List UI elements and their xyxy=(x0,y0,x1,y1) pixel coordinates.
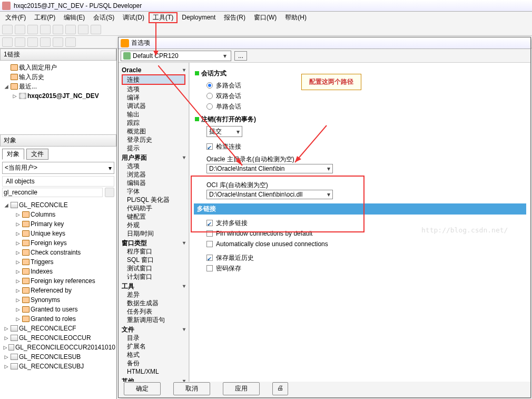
cat-ext[interactable]: 扩展名 xyxy=(122,342,185,351)
menu-project[interactable]: 工程(P) xyxy=(30,12,60,23)
chk-save-pw[interactable]: 密码保存 xyxy=(206,263,526,274)
toolbtn[interactable] xyxy=(15,37,25,47)
menu-session[interactable]: 会话(S) xyxy=(89,12,119,23)
tree-table[interactable]: ▷GL_RECONCILESUBJ xyxy=(1,362,115,371)
chk-pin[interactable]: Pin window connections by default xyxy=(206,228,526,239)
ok-button[interactable]: 确定 xyxy=(124,382,161,395)
toolbtn[interactable] xyxy=(40,37,51,47)
help-button[interactable]: 🖨 xyxy=(272,382,288,395)
tree-fk[interactable]: ▷Foreign keys xyxy=(1,238,115,248)
filter-clear-btn[interactable] xyxy=(105,188,114,197)
tree-pk[interactable]: ▷Primary key xyxy=(1,219,115,229)
tree-table[interactable]: ▷GL_RECONCILECF xyxy=(1,324,115,333)
tree-table[interactable]: ▷GL_RECONCILEOCCUR20141010 xyxy=(1,343,115,352)
cat-datetime[interactable]: 日期/时间 xyxy=(122,229,185,238)
cat-planwin[interactable]: 计划窗口 xyxy=(122,273,185,281)
tree-input-history[interactable]: 输入历史 xyxy=(1,72,115,82)
menu-report[interactable]: 报告(R) xyxy=(220,12,250,23)
toolbtn[interactable] xyxy=(2,25,13,34)
cat-loginhist[interactable]: 登录历史 xyxy=(122,135,185,144)
tree-columns[interactable]: ▷Columns xyxy=(1,210,115,219)
cat-diff[interactable]: 差异 xyxy=(122,290,185,299)
filter-input[interactable] xyxy=(2,188,103,197)
cat-keycfg[interactable]: 键配置 xyxy=(122,212,185,221)
tree-fkref[interactable]: ▷Foreign key references xyxy=(1,276,115,286)
tree-idx[interactable]: ▷Indexes xyxy=(1,267,115,276)
menu-window[interactable]: 窗口(W) xyxy=(250,12,281,23)
tree-table[interactable]: ▷GL_RECONCILEOCCUR xyxy=(1,333,115,343)
oracle-home-combo[interactable]: D:\Oracle\Instant Client\bin▾ xyxy=(206,164,333,173)
chk-support-multi[interactable]: 支持多链接 xyxy=(206,218,526,228)
cat-browser[interactable]: 浏览器 xyxy=(122,170,185,179)
toolbtn[interactable] xyxy=(15,25,25,34)
tree-trg[interactable]: ▷Triggers xyxy=(1,257,115,267)
profile-combo[interactable]: Default CPR120 ▾ xyxy=(121,51,231,61)
tree-syn[interactable]: ▷Synonyms xyxy=(1,295,115,305)
menu-deployment[interactable]: Deployment xyxy=(178,13,220,22)
cat-hint[interactable]: 提示 xyxy=(122,144,185,152)
cat-backup[interactable]: 备份 xyxy=(122,359,185,367)
cat-profiler[interactable]: 概览图 xyxy=(122,127,185,135)
tab-files[interactable]: 文件 xyxy=(26,149,48,160)
cat-output[interactable]: 输出 xyxy=(122,110,185,119)
tree-connection[interactable]: ▷hxqc2015@JT_NC_DEV xyxy=(1,91,115,101)
tree-table[interactable]: ◢GL_RECONCILE xyxy=(1,200,115,210)
toolbtn[interactable] xyxy=(27,37,38,47)
oci-combo[interactable]: D:\Oracle\Instant Client\bin\oci.dll▾ xyxy=(206,190,333,199)
radio-single[interactable]: 单路会话 xyxy=(206,101,526,112)
chk-check-conn[interactable]: 检查连接 xyxy=(206,141,526,152)
menu-tools[interactable]: 工具(T) xyxy=(149,12,178,23)
cat-options[interactable]: 选项 xyxy=(122,85,185,93)
menu-file[interactable]: 文件(F) xyxy=(1,12,30,23)
cat-tasklist[interactable]: 任务列表 xyxy=(122,307,185,316)
logout-action-combo[interactable]: 提交▾ xyxy=(206,126,242,137)
tree-gtr[interactable]: ▷Granted to roles xyxy=(1,314,115,324)
cat-compile[interactable]: 编译 xyxy=(122,93,185,102)
radio-multi[interactable]: 多路会话 xyxy=(206,80,526,91)
cat-appearance[interactable]: 外观 xyxy=(122,221,185,229)
cat-editor[interactable]: 编辑器 xyxy=(122,179,185,187)
toolbtn[interactable] xyxy=(27,25,38,34)
radio-dual[interactable]: 双路会话 xyxy=(206,91,526,101)
cat-trace[interactable]: 跟踪 xyxy=(122,119,185,127)
tree-ck[interactable]: ▷Check constraints xyxy=(1,248,115,257)
cat-oracle[interactable]: Oracle▾ xyxy=(122,66,185,74)
cat-htmlxml[interactable]: HTML/XML xyxy=(122,367,185,376)
tree-fixed-users[interactable]: 载入固定用户 xyxy=(1,63,115,72)
menu-debug[interactable]: 调试(D) xyxy=(119,12,149,23)
toolbtn[interactable] xyxy=(2,37,13,47)
cat-ui-options[interactable]: 选项 xyxy=(122,162,185,170)
menu-help[interactable]: 帮助(H) xyxy=(281,12,311,23)
cat-other[interactable]: 其他▾ xyxy=(122,377,185,382)
cat-tools[interactable]: 工具▾ xyxy=(122,282,185,290)
cat-beaut[interactable]: PL/SQL 美化器 xyxy=(122,196,185,204)
cat-connect[interactable]: 连接 xyxy=(122,74,185,85)
cat-dir[interactable]: 目录 xyxy=(122,334,185,342)
menu-edit[interactable]: 编辑(E) xyxy=(60,12,89,23)
toolbtn[interactable] xyxy=(53,25,63,34)
tree-gtu[interactable]: ▷Granted to users xyxy=(1,305,115,314)
cat-wintype[interactable]: 窗口类型▾ xyxy=(122,239,185,247)
cat-files[interactable]: 文件▾ xyxy=(122,325,185,334)
tree-uk[interactable]: ▷Unique keys xyxy=(1,229,115,238)
tree-refby[interactable]: ▷Referenced by xyxy=(1,286,115,295)
cat-format[interactable]: 格式 xyxy=(122,351,185,359)
cat-datagen[interactable]: 数据生成器 xyxy=(122,299,185,307)
tree-table[interactable]: ▷GL_RECONCILESUB xyxy=(1,352,115,362)
cat-debugger[interactable]: 调试器 xyxy=(122,102,185,110)
chk-keep-recent[interactable]: 保存最近历史 xyxy=(206,252,526,263)
user-scope-dropdown[interactable]: <当前用户>▾ xyxy=(2,162,114,174)
chk-autoclose[interactable]: Automatically close unused connections xyxy=(206,239,526,249)
toolbtn[interactable] xyxy=(53,37,63,47)
more-button[interactable]: ... xyxy=(234,51,247,61)
toolbtn[interactable] xyxy=(40,25,51,34)
tree-table[interactable]: ▷GL_RECONCILEUNIT xyxy=(1,371,115,372)
tree-recent[interactable]: ◢最近... xyxy=(1,82,115,91)
cat-recall[interactable]: 重新调用语句 xyxy=(122,316,185,324)
cat-progwin[interactable]: 程序窗口 xyxy=(122,247,185,256)
cat-testwin[interactable]: 测试窗口 xyxy=(122,264,185,273)
tab-objects[interactable]: 对象 xyxy=(2,149,24,160)
toolbtn[interactable] xyxy=(78,25,88,34)
cat-sqlwin[interactable]: SQL 窗口 xyxy=(122,256,185,264)
toolbtn[interactable] xyxy=(65,25,76,34)
